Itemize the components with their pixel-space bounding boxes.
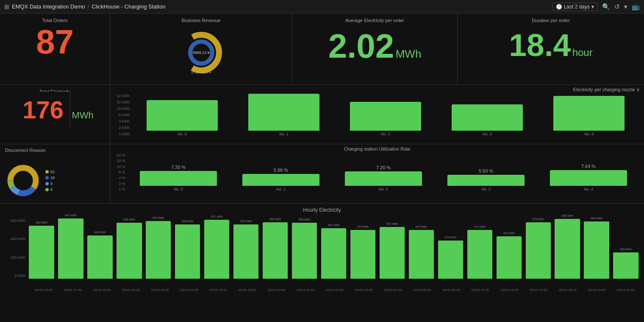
- hourly-bar-wrapper: 621 kWh: [204, 220, 229, 279]
- nozzle-bar-col: No. 2: [335, 94, 436, 136]
- legend-val-blue: 18: [50, 176, 55, 180]
- hourly-bar-wrapper: 471 kWh: [467, 230, 492, 279]
- grid-icon: ⊞: [4, 3, 9, 10]
- hourly-bar-value-label: 516 kWh: [36, 221, 47, 224]
- hourly-bar: [497, 236, 522, 279]
- hourly-bar-col: 471 kWh: [466, 215, 494, 279]
- util-bar: [140, 171, 217, 186]
- hourly-bar-value-label: 260 kWh: [620, 248, 632, 251]
- hourly-bar-wrapper: 473 kWh: [350, 230, 375, 279]
- refresh-icon[interactable]: ↺: [614, 3, 620, 11]
- legend-dot-blue: [45, 176, 49, 179]
- total-electricity-unit: MWh: [72, 110, 93, 120]
- hourly-time-label: 03/18 22:00: [204, 288, 232, 292]
- hourly-time-label: 03/19 00:00: [263, 288, 291, 292]
- hourly-bar-col: 580 kWh: [261, 215, 289, 279]
- hourly-time-label: 03/19 02:00: [321, 288, 349, 292]
- hourly-bar-wrapper: 374 kWh: [438, 241, 463, 279]
- hourly-time-label: 03/18 16:00: [30, 288, 58, 292]
- hourly-bar-value-label: 471 kWh: [474, 225, 486, 228]
- hourly-bar: [409, 230, 434, 279]
- hourly-bar-wrapper: 529 kWh: [175, 224, 200, 279]
- hourly-time-label: 03/19 19:00: [583, 288, 611, 292]
- nozzle-bar: [350, 102, 421, 131]
- hourly-bar-wrapper: 580 kWh: [263, 222, 288, 279]
- util-bar-label: No. 0: [174, 187, 183, 191]
- hourly-time-label: 03/18 18:00: [88, 288, 116, 292]
- row2-electricity: Total Electricity 176 MWh Electricity pe…: [0, 85, 644, 144]
- hourly-time-label: 03/19 17:00: [525, 288, 552, 292]
- hourly-bar-value-label: 590 kWh: [591, 217, 602, 220]
- hourly-time-label: 03/19 20:00: [612, 288, 640, 292]
- page-title: ClickHouse - Charging Station: [92, 3, 165, 10]
- nozzle-electricity-panel: Electricity per charging nozzle ∨ 64 kWh…: [110, 85, 644, 144]
- hourly-time-label: 03/18 19:00: [117, 288, 145, 292]
- nozzle-chart-title: Electricity per charging nozzle ∨: [573, 87, 640, 92]
- legend-dot-lightblue: [45, 182, 49, 185]
- header-controls: 🕐 Last 2 days ▾ 🔍 ↺ ▾ 📺: [552, 3, 640, 11]
- hourly-bar: [613, 252, 638, 279]
- hourly-bar-col: 374 kWh: [436, 215, 464, 279]
- hourly-bar-value-label: 492 kWh: [328, 224, 340, 227]
- total-electricity-value: 176: [16, 92, 70, 128]
- nozzle-bar-col: No. 3: [436, 94, 538, 136]
- hourly-bar: [263, 222, 288, 279]
- utilization-panel: Charging station Utilization Rate 64 % 3…: [110, 144, 644, 203]
- hourly-bar-value-label: 529 kWh: [182, 220, 194, 223]
- hourly-bar-col: 492 kWh: [320, 215, 348, 279]
- utilization-title: Charging station Utilization Rate: [114, 146, 640, 151]
- hourly-bar-value-label: 473 kWh: [357, 225, 369, 228]
- row3-disconnect-util: Disconnect Reason: [0, 144, 644, 204]
- hourly-bar: [467, 230, 492, 279]
- chevron-down-icon: ▾: [591, 4, 594, 10]
- nozzle-bar: [452, 104, 523, 131]
- legend-item-blue: 18: [45, 176, 55, 180]
- hourly-bar-col: 418 kWh: [86, 215, 114, 279]
- hourly-bar-col: 529 kWh: [174, 215, 202, 279]
- util-bar: [550, 170, 627, 186]
- time-selector[interactable]: 🕐 Last 2 days ▾: [552, 3, 598, 11]
- hourly-bar: [233, 224, 258, 279]
- hourly-bar: [29, 226, 54, 279]
- hourly-bar-value-label: 418 kWh: [94, 231, 106, 234]
- hourly-title: Hourly Electricity: [4, 207, 640, 213]
- nozzle-bar-label: No. 1: [279, 132, 289, 136]
- hourly-bar-wrapper: 610 kWh: [146, 221, 171, 279]
- nozzle-bar-label: No. 0: [178, 132, 187, 136]
- chevron-down-icon[interactable]: ▾: [624, 3, 627, 11]
- duration-unit: hour: [572, 47, 593, 58]
- util-bar: [242, 174, 319, 186]
- hourly-bar: [204, 220, 229, 279]
- search-icon[interactable]: 🔍: [602, 3, 610, 11]
- util-bar: [447, 175, 525, 186]
- header: ⊞ EMQX Data Integration Demo / ClickHous…: [0, 0, 644, 14]
- hourly-bar-wrapper: 528 kWh: [233, 224, 258, 279]
- util-bar-label: No. 3: [481, 187, 491, 191]
- avg-electricity-unit: MWh: [396, 48, 422, 60]
- hourly-bar: [117, 223, 142, 279]
- disconnect-donut-chart: [5, 162, 41, 199]
- hourly-bar-wrapper: 645 kWh: [555, 219, 580, 279]
- revenue-inner-val: 1720 1.55 ¥: [191, 70, 211, 74]
- tv-icon[interactable]: 📺: [632, 3, 640, 11]
- hourly-bar-col: 516 kWh: [28, 215, 56, 279]
- hourly-bar: [438, 241, 463, 279]
- hourly-bar: [555, 219, 580, 279]
- hourly-bar: [87, 235, 112, 279]
- legend-item-lightblue: 9: [45, 182, 55, 186]
- hourly-bar: [526, 222, 551, 279]
- nozzle-bar: [248, 94, 319, 131]
- legend-val-gold: 52: [50, 170, 55, 174]
- hourly-time-label: 03/18 23:00: [233, 288, 261, 292]
- disconnect-label: Disconnect Reason: [5, 148, 105, 153]
- hourly-bar-wrapper: 568 kWh: [292, 223, 317, 279]
- total-orders-value: 87: [6, 25, 103, 59]
- hourly-bar-col: 610 kWh: [144, 215, 172, 279]
- business-revenue-card: Business Revenue 5669.13 ¥ 1720 1.55 ¥: [110, 14, 292, 84]
- nozzle-bar-label: No. 2: [381, 132, 390, 136]
- hourly-bar: [146, 221, 171, 279]
- revenue-donut-chart: [178, 29, 225, 76]
- hourly-time-labels: 03/18 16:0003/18 17:0003/18 18:0003/18 1…: [4, 288, 640, 292]
- util-bar-col: 7.20 % No. 2: [332, 153, 435, 191]
- hourly-time-label: 03/19 01:00: [291, 288, 319, 292]
